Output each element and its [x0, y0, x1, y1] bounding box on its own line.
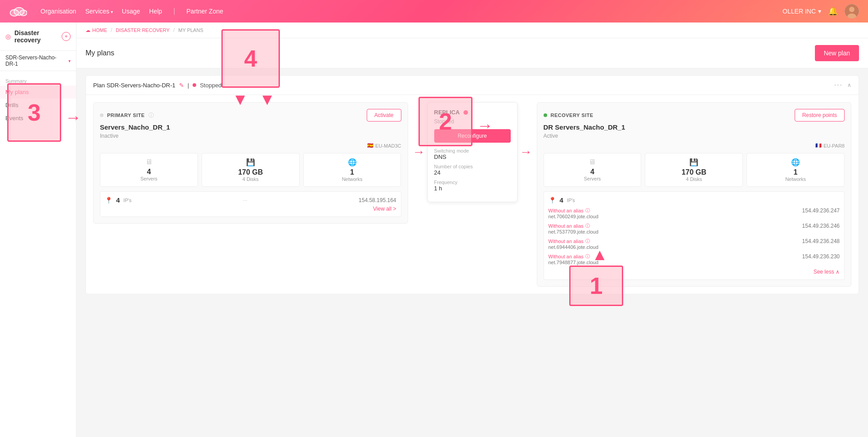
recovery-disks-icon: 💾: [650, 158, 738, 167]
primary-disks-label: 4 Disks: [207, 176, 295, 182]
restore-points-button[interactable]: Restore points: [795, 109, 845, 122]
primary-ip-address: 154.58.195.164: [359, 197, 396, 203]
replica-status: Stopped: [434, 118, 511, 125]
breadcrumb: ☁ HOME / DISASTER RECOVERY / MY PLANS: [76, 23, 868, 38]
breadcrumb-home[interactable]: ☁ HOME: [85, 27, 107, 33]
org-selector[interactable]: OLLER INC ▾: [783, 8, 821, 15]
primary-stat-networks: 🌐 1 Networks: [303, 153, 401, 187]
copies-value: 24: [434, 169, 511, 176]
primary-networks-value: 1: [308, 168, 396, 176]
plan-header-right: ··· ∧: [834, 81, 851, 89]
primary-disks-value: 170 GB: [207, 168, 295, 176]
sidebar-item-myplans[interactable]: My plans: [0, 86, 76, 99]
recovery-site-title-row: RECOVERY SITE: [544, 113, 594, 118]
plan-header: Plan SDR-Servers-Nacho-DR-1 ✎ | Stopped …: [86, 76, 859, 95]
recovery-ips-left: 📍 4 IP's: [549, 196, 575, 204]
recovery-stat-disks: 💾 170 GB 4 Disks: [645, 153, 743, 187]
plan-edit-icon[interactable]: ✎: [179, 82, 184, 89]
recovery-networks-label: Networks: [751, 176, 840, 182]
primary-ips-dots[interactable]: ···: [243, 197, 247, 203]
recovery-ips-count: 4: [560, 196, 563, 204]
recovery-site-name: DR Servers_Nacho_DR_1: [544, 123, 845, 131]
main-content: ☁ HOME / DISASTER RECOVERY / MY PLANS My…: [76, 23, 868, 437]
recovery-networks-icon: 🌐: [751, 158, 840, 167]
reconfigure-button[interactable]: Reconfigure: [434, 129, 511, 143]
ip-alias-info-icon-0[interactable]: ⓘ: [585, 207, 590, 214]
ip-dns-3: net.7948877.jote.cloud: [549, 260, 598, 265]
breadcrumb-current: MY PLANS: [178, 27, 203, 33]
frequency-value: 1 h: [434, 185, 511, 192]
new-plan-button[interactable]: New plan: [815, 45, 859, 61]
primary-ips-header: 📍 4 IP's ··· 154.58.195.164: [105, 196, 396, 204]
recovery-servers-label: Servers: [549, 176, 637, 181]
primary-servers-value: 4: [105, 168, 193, 176]
sidebar-title: Disaster recovery: [14, 29, 58, 44]
ip-alias-info-2: Without an alias ⓘ net.6944406.jote.clou…: [549, 238, 598, 250]
arrow-to-recovery: →: [520, 145, 532, 159]
primary-site-flag: 🇪🇸 EU-MAD3C: [100, 143, 401, 149]
plan-section: Plan SDR-Servers-Nacho-DR-1 ✎ | Stopped …: [85, 75, 859, 294]
recovery-site-status: Active: [544, 133, 845, 139]
ip-dns-1: net.7537709.jote.cloud: [549, 229, 598, 234]
nav-services[interactable]: Services: [85, 8, 112, 15]
primary-ips-section: 📍 4 IP's ··· 154.58.195.164 View all >: [100, 191, 401, 217]
recovery-stat-servers: 🖥 4 Servers: [544, 153, 642, 187]
sidebar-item-drills[interactable]: Drills: [0, 99, 76, 112]
ip-alias-info-icon-1[interactable]: ⓘ: [585, 223, 590, 229]
svg-point-2: [20, 10, 27, 16]
plan-menu-dots[interactable]: ···: [834, 81, 843, 89]
sidebar-add-button[interactable]: +: [62, 32, 71, 41]
nav-partner-zone[interactable]: Partner Zone: [186, 8, 223, 15]
logo[interactable]: [9, 5, 27, 18]
sidebar-header: ◎ Disaster recovery +: [0, 23, 76, 51]
home-cloud-icon: ☁: [85, 27, 90, 33]
org-name: OLLER INC: [783, 8, 816, 15]
sidebar-item-events[interactable]: Events: [0, 112, 76, 125]
ip-alias-label-2: Without an alias: [549, 239, 584, 244]
sidebar: ◎ Disaster recovery + SDR-Servers-Nacho-…: [0, 23, 76, 437]
breadcrumb-section[interactable]: DISASTER RECOVERY: [116, 27, 170, 33]
ip-alias-info-1: Without an alias ⓘ net.7537709.jote.clou…: [549, 223, 598, 234]
nav-help[interactable]: Help: [149, 8, 162, 15]
servers-icon: 🖥: [105, 158, 193, 166]
replica-label: REPLICA: [434, 109, 460, 116]
primary-site-region: EU-MAD3C: [375, 143, 401, 149]
ip-alias-label-1: Without an alias: [549, 223, 584, 229]
nav-usage[interactable]: Usage: [122, 8, 140, 15]
primary-site-name: Servers_Nacho_DR_1: [100, 123, 401, 131]
recovery-disks-label: 4 Disks: [650, 176, 738, 182]
primary-networks-label: Networks: [308, 176, 396, 182]
notification-bell[interactable]: 🔔: [828, 6, 838, 16]
nav-organisation[interactable]: Organisation: [40, 8, 76, 15]
ip-dns-0: net.7060249.jote.cloud: [549, 214, 598, 219]
recovery-site-dot: [544, 113, 547, 117]
ip-alias-info-icon-3[interactable]: ⓘ: [585, 253, 590, 260]
replica-frequency: Frequency 1 h: [434, 180, 511, 192]
ip-num-3: 154.49.236.230: [802, 253, 840, 260]
plan-dropdown[interactable]: SDR-Servers-Nacho-DR-1 ▾: [0, 51, 76, 71]
replica-card: REPLICA Stopped Reconfigure Switching mo…: [427, 102, 517, 202]
recovery-site-header: RECOVERY SITE Restore points: [544, 109, 845, 122]
replica-copies: Number of copies 24: [434, 164, 511, 176]
ip-alias-info-icon-2[interactable]: ⓘ: [585, 238, 590, 244]
recovery-ips-label: IP's: [567, 198, 575, 203]
recovery-stats-grid: 🖥 4 Servers 💾 170 GB 4 Disks 🌐 1: [544, 153, 845, 187]
user-avatar[interactable]: [845, 4, 859, 18]
breadcrumb-sep2: /: [173, 27, 175, 33]
primary-site-card: PRIMARY SITE ⓘ Activate Servers_Nacho_DR…: [93, 102, 408, 224]
activate-button[interactable]: Activate: [367, 109, 401, 122]
page-title: My plans: [85, 49, 114, 57]
ip-alias-info-0: Without an alias ⓘ net.7060249.jote.clou…: [549, 207, 598, 219]
primary-view-all[interactable]: View all >: [105, 206, 396, 212]
disaster-recovery-icon: ◎: [5, 33, 11, 40]
primary-site-title-row: PRIMARY SITE ⓘ: [100, 112, 154, 119]
breadcrumb-sep1: /: [111, 27, 112, 33]
plan-status-text: Stopped: [200, 82, 221, 89]
recovery-site-region: EU-PAR8: [823, 143, 845, 149]
dropdown-arrow-icon: ▾: [68, 59, 71, 63]
see-less-button[interactable]: See less ∧: [549, 269, 840, 275]
recovery-site-card: RECOVERY SITE Restore points DR Servers_…: [537, 102, 852, 287]
recovery-ips-header: 📍 4 IP's: [549, 196, 840, 204]
plan-collapse-button[interactable]: ∧: [847, 82, 851, 88]
primary-site-info-icon[interactable]: ⓘ: [148, 112, 154, 119]
